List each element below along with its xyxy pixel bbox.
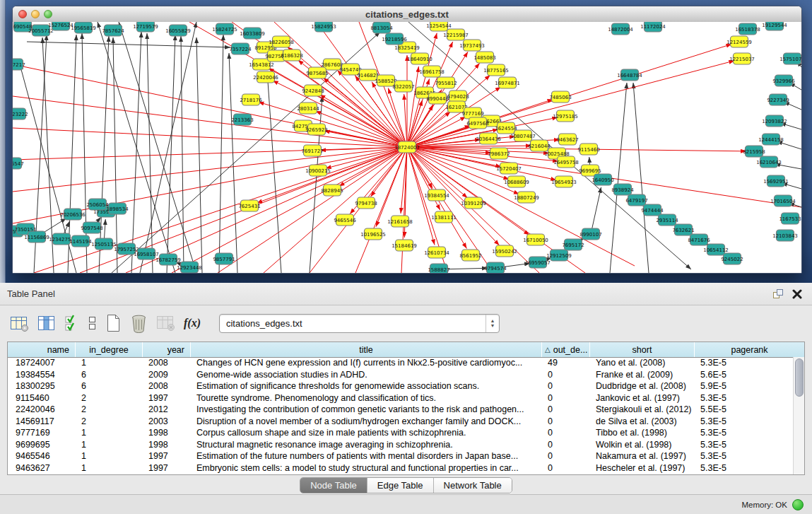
table-row[interactable]: 946554611997Estimation of the future num… (8, 450, 794, 462)
network-node[interactable]: 7632621 (672, 224, 694, 235)
network-node[interactable]: 19384554 (424, 189, 449, 201)
network-node[interactable]: 6216044 (528, 140, 551, 151)
network-node[interactable]: 11381111 (431, 211, 457, 223)
network-node[interactable]: 15276524 (48, 22, 73, 30)
network-node[interactable]: 9875685 (306, 67, 328, 78)
network-node[interactable]: 15720407 (496, 163, 522, 174)
network-edge[interactable] (172, 147, 407, 273)
float-panel-icon[interactable] (772, 288, 784, 299)
network-node[interactable]: 6479197 (625, 194, 647, 206)
network-node[interactable]: 19565819 (71, 22, 96, 33)
new-document-icon[interactable] (105, 314, 122, 333)
network-node[interactable]: 7857624 (102, 25, 124, 36)
network-view-window[interactable]: citations_edges.txt 18724007891295518226… (12, 6, 802, 274)
tab-network-table[interactable]: Network Table (434, 478, 512, 493)
network-node[interactable]: 1588827 (428, 264, 449, 273)
network-node[interactable]: 8186328 (281, 49, 302, 61)
column-header-name[interactable]: name (8, 342, 76, 357)
network-node[interactable]: 18640910 (407, 53, 433, 64)
network-edge[interactable] (259, 102, 407, 147)
table-row[interactable]: 2242004622012Investigating the contribut… (8, 404, 794, 416)
table-row[interactable]: 911546021997Tourette syndrome. Phenomeno… (8, 392, 794, 404)
column-header-short[interactable]: short (590, 342, 695, 357)
network-node[interactable]: 1898534 (106, 203, 129, 214)
network-node[interactable]: 9097548 (81, 222, 102, 233)
control-panel-divider[interactable] (0, 0, 6, 283)
column-header-in-degree[interactable]: in_degree (76, 342, 143, 357)
network-node[interactable]: 16518378 (735, 23, 760, 35)
network-edge[interactable] (219, 35, 223, 273)
network-node[interactable]: 15692951 (763, 175, 789, 187)
network-node[interactable]: 12444158 (758, 134, 784, 145)
table-row[interactable]: 946362711997Embryonic stem cells: a mode… (8, 462, 794, 474)
network-node[interactable]: 18775165 (483, 64, 509, 76)
network-node[interactable]: 16710050 (523, 234, 548, 245)
network-node[interactable]: 16961758 (419, 66, 445, 77)
column-header-out-degree[interactable]: △out_de... (542, 342, 590, 357)
network-node[interactable]: 8990448 (426, 93, 448, 104)
network-edge[interactable] (27, 42, 230, 47)
network-edge[interactable] (167, 35, 175, 273)
network-node[interactable]: 10807487 (510, 130, 536, 141)
network-node[interactable]: 7955812 (435, 77, 457, 88)
network-edge[interactable] (196, 37, 202, 273)
network-edge[interactable] (13, 128, 407, 147)
network-node[interactable]: 2506054 (86, 199, 109, 210)
network-node[interactable]: 6794028 (447, 90, 469, 102)
network-node[interactable]: 16495758 (553, 156, 579, 168)
network-node[interactable]: 9465546 (334, 214, 356, 226)
network-node[interactable]: 12610734 (424, 247, 449, 258)
network-node[interactable]: 12912509 (546, 250, 572, 261)
network-node[interactable]: 7695172 (562, 239, 584, 250)
network-node[interactable]: 12103843 (772, 230, 798, 241)
row-height-icon[interactable] (88, 315, 97, 332)
network-node[interactable]: 16055829 (165, 25, 191, 36)
select-columns-icon[interactable] (64, 315, 79, 332)
column-header-pagerank[interactable]: pagerank (695, 342, 804, 357)
network-canvas[interactable]: 1872400789129551822605816543812982750881… (13, 22, 801, 273)
network-node[interactable]: 7986372 (488, 148, 510, 159)
network-node[interactable]: 16974871 (495, 77, 520, 88)
network-node[interactable]: 19654923 (551, 176, 577, 187)
zoom-window-icon[interactable] (44, 10, 52, 18)
network-edge[interactable] (315, 111, 407, 147)
network-node[interactable]: 12975185 (553, 110, 578, 122)
network-node[interactable]: 2718176 (240, 94, 262, 105)
network-edge[interactable] (119, 22, 196, 273)
table-row[interactable]: 969969511998Structural magnetic resonanc… (8, 439, 794, 451)
network-node[interactable]: 8471676 (688, 234, 710, 245)
network-node[interactable]: 11172024 (640, 22, 666, 32)
network-node[interactable]: 15751074 (779, 53, 801, 64)
network-node[interactable]: 11156869 (24, 231, 49, 243)
network-node[interactable]: 17016504 (770, 195, 796, 206)
network-edge[interactable] (99, 36, 109, 273)
close-window-icon[interactable] (18, 10, 27, 18)
table-settings-icon[interactable] (10, 315, 29, 332)
network-node[interactable]: 8561952 (459, 250, 481, 261)
table-row[interactable]: 1872400712008Changes of HCN gene express… (8, 357, 794, 369)
network-node[interactable]: 14872004 (608, 23, 633, 35)
table-scrollbar[interactable] (793, 357, 804, 474)
network-node[interactable]: 8828945 (321, 185, 343, 196)
network-node[interactable]: 8322057 (392, 81, 414, 92)
table-select-dropdown[interactable]: citations_edges.txt ▲▼ (219, 314, 500, 333)
network-node[interactable]: 9245022 (721, 253, 743, 264)
network-node[interactable]: 9115460 (577, 144, 599, 155)
network-node[interactable]: 9265923 (305, 124, 327, 135)
network-edge[interactable] (407, 66, 418, 147)
network-node[interactable]: 15950242 (492, 245, 517, 257)
network-edge[interactable] (319, 95, 407, 147)
network-edge[interactable] (633, 83, 649, 273)
table-row[interactable]: 1830029562008Estimation of significance … (8, 380, 794, 392)
network-node[interactable]: 9463627 (556, 134, 578, 145)
network-node[interactable]: 16033809 (240, 28, 265, 39)
network-node[interactable]: 8215958 (743, 146, 765, 157)
network-node[interactable]: 8938924 (611, 184, 634, 195)
network-node[interactable]: 15184619 (392, 240, 417, 251)
table-row[interactable]: 977716911998Corpus callosum shape and si… (8, 427, 794, 439)
network-node[interactable]: 19129544 (762, 22, 787, 30)
network-node[interactable]: 16210643 (756, 156, 782, 168)
network-node[interactable]: 2213363 (231, 114, 253, 125)
network-node[interactable]: 9329966 (772, 75, 795, 86)
network-node[interactable]: 1145194 (69, 235, 92, 247)
